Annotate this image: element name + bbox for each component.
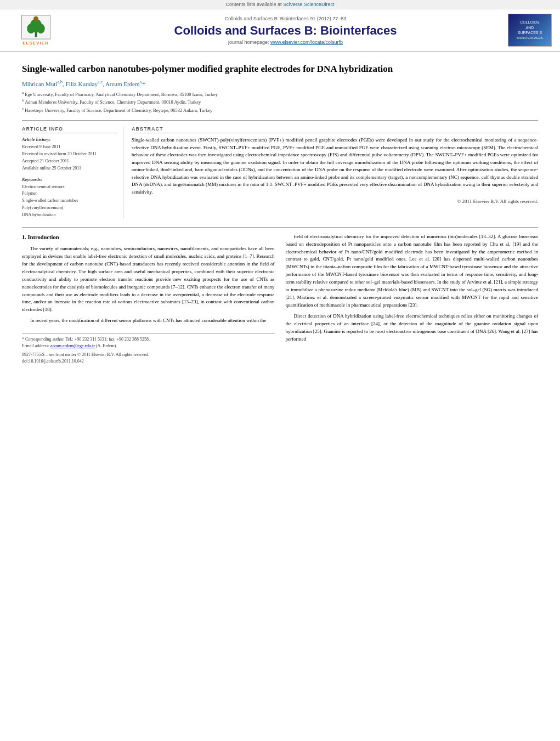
copyright: © 2011 Elsevier B.V. All rights reserved… (132, 199, 538, 204)
corresponding-author: * Corresponding author. Tel.: +90 232 31… (22, 336, 275, 343)
affiliation-b: b Adnan Menderes University, Faculty of … (22, 98, 538, 106)
right-para-2: Direct detection of DNA hybridization us… (286, 313, 539, 343)
accepted-date: Accepted 21 October 2011 (22, 158, 117, 165)
body-content: 1. Introduction The variety of nanomater… (22, 227, 538, 365)
article-history-label: Article history: (22, 137, 117, 142)
affiliations: a Ege University, Faculty of Pharmacy, A… (22, 90, 538, 114)
svg-point-3 (27, 24, 35, 33)
journal-homepage-link[interactable]: www.elsevier.com/locate/colsurfb (270, 39, 343, 45)
keyword-1: Electrochemical sensors (22, 184, 117, 191)
main-content: Single-walled carbon nanotubes-polymer m… (0, 52, 560, 376)
introduction-title: 1. Introduction (22, 233, 275, 242)
elsevier-tree-icon (21, 15, 51, 39)
svg-point-4 (37, 24, 44, 33)
email-line: E-mail address: arzum.erdem@ege.edu.tr (… (22, 343, 275, 349)
keyword-4: Poly(vinylferrocenium) (22, 205, 117, 212)
authors: Mihrican Mutia,b, Filiz Kuralaya,c, Arzu… (22, 80, 538, 87)
svg-point-5 (33, 16, 38, 21)
elsevier-logo-left: ELSEVIER (8, 15, 63, 46)
article-dates: Received 9 June 2011 Received in revised… (22, 144, 117, 172)
affiliation-c: c Hacettepe University, Faculty of Scien… (22, 106, 538, 114)
right-para-1: field of electroanalytical chemistry for… (286, 233, 539, 309)
top-bar: Contents lists available at SciVerse Sci… (0, 0, 560, 9)
volume-info: Colloids and Surfaces B: Biointerfaces 9… (63, 16, 508, 21)
section-num: 1. (22, 234, 26, 240)
issn-line: 0927-7765/$ – see front matter © 2011 El… (22, 352, 275, 358)
sciverse-link[interactable]: SciVerse ScienceDirect (283, 2, 335, 7)
article-info-abstract: ARTICLE INFO Article history: Received 9… (22, 120, 538, 218)
received-date: Received 9 June 2011 (22, 144, 117, 151)
abstract-header: ABSTRACT (132, 126, 538, 133)
body-right-col: field of electroanalytical chemistry for… (286, 233, 539, 365)
email-label: E-mail address: (22, 343, 49, 348)
footnote: * Corresponding author. Tel.: +90 232 31… (22, 333, 275, 365)
article-info-header: ARTICLE INFO (22, 126, 117, 133)
email-link[interactable]: arzum.erdem@ege.edu.tr (50, 343, 95, 348)
revised-date: Received in revised form 20 October 2011 (22, 151, 117, 158)
keywords-label: Keywords: (22, 177, 117, 182)
body-left-col: 1. Introduction The variety of nanomater… (22, 233, 275, 365)
article-title: Single-walled carbon nanotubes-polymer m… (22, 63, 538, 75)
affiliation-a: a Ege University, Faculty of Pharmacy, A… (22, 90, 538, 98)
keyword-3: Single-walled carbon nanotubes (22, 197, 117, 205)
journal-header: ELSEVIER Colloids and Surfaces B: Bioint… (0, 9, 560, 52)
journal-logo-right: COLLOIDSANDSURFACES BBIOINTERFACES (508, 14, 552, 47)
section-title-text: Introduction (28, 234, 59, 240)
article-info-col: ARTICLE INFO Article history: Received 9… (22, 126, 123, 218)
email-name: A. Erdem (98, 343, 115, 348)
sciverse-text: Contents lists available at (225, 2, 281, 7)
intro-para-1: The variety of nanomaterials; e.g., nano… (22, 245, 275, 314)
keywords-list: Electrochemical sensors Polymer Single-w… (22, 184, 117, 219)
doi-line: doi:10.1016/j.colsurfb.2011.10.042 (22, 358, 275, 365)
abstract-col: ABSTRACT Single-walled carbon nanotubes … (132, 126, 538, 218)
abstract-text: Single-walled carbon nanotubes (SWCNT)-p… (132, 137, 538, 196)
journal-center: Colloids and Surfaces B: Biointerfaces 9… (63, 16, 508, 45)
intro-para-2: In recent years, the modification of dif… (22, 317, 275, 325)
available-date: Available online 25 October 2011 (22, 165, 117, 172)
journal-title: Colloids and Surfaces B: Biointerfaces (63, 24, 508, 38)
keyword-2: Polymer (22, 190, 117, 197)
journal-homepage: journal homepage: www.elsevier.com/locat… (63, 39, 508, 45)
elsevier-label: ELSEVIER (22, 41, 49, 46)
elsevier-logo: ELSEVIER (21, 15, 51, 46)
keyword-5: DNA hybridization (22, 212, 117, 219)
